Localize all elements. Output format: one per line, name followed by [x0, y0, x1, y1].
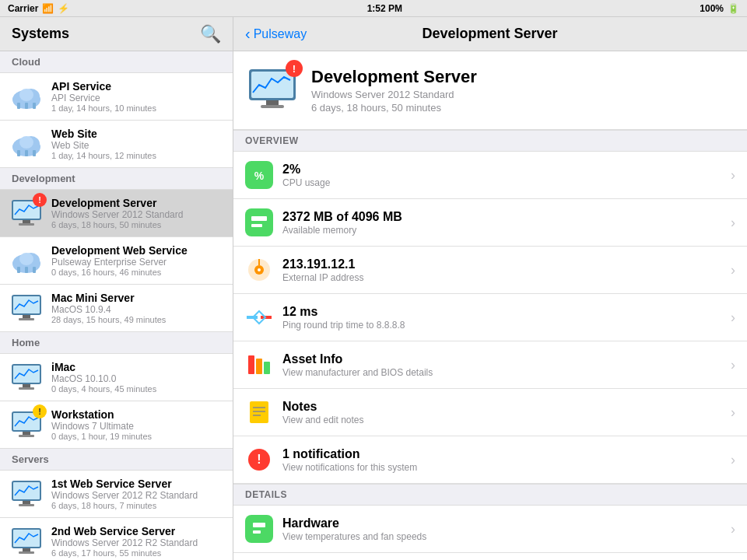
- svg-rect-57: [251, 224, 262, 227]
- svg-rect-26: [13, 296, 40, 313]
- detail-content-hardware: Hardware View temperatures and fan speed…: [282, 516, 731, 542]
- svg-rect-30: [13, 366, 40, 383]
- carrier-label: Carrier: [8, 3, 38, 14]
- detail-content-notes: Notes View and edit notes: [282, 400, 731, 425]
- detail-title-ping: 12 ms: [282, 305, 731, 319]
- wifi-icon: 📶: [42, 3, 54, 14]
- svg-rect-32: [19, 387, 34, 390]
- left-panel-title: Systems: [12, 26, 69, 42]
- right-header: ‹ Pulseway Development Server: [233, 17, 747, 51]
- list-item-api-service[interactable]: API ServiceAPI Service1 day, 14 hours, 1…: [0, 73, 233, 121]
- device-uptime: 6 days, 18 hours, 50 minutes: [311, 102, 477, 114]
- svg-rect-12: [25, 150, 28, 156]
- svg-rect-5: [25, 103, 28, 109]
- left-list: Cloud API ServiceAPI Service1 day, 14 ho…: [0, 51, 233, 560]
- list-item-web-server-2[interactable]: 2nd Web Service ServerWindows Server 201…: [0, 518, 233, 560]
- details-list: Hardware View temperatures and fan speed…: [233, 506, 747, 560]
- battery-icon: 🔋: [728, 3, 739, 14]
- svg-rect-55: [248, 212, 270, 233]
- detail-title-ip: 213.191.12.1: [282, 257, 731, 271]
- right-content: ! Development Server Windows Server 2012…: [233, 51, 747, 560]
- search-button[interactable]: 🔍: [200, 24, 221, 44]
- overview-row-asset[interactable]: Asset Info View manufacturer and BIOS de…: [233, 341, 747, 389]
- svg-rect-40: [19, 504, 34, 506]
- svg-rect-76: [253, 530, 261, 534]
- item-name-imac: iMac: [51, 361, 223, 373]
- item-time-dev-server: 6 days, 18 hours, 50 minutes: [51, 220, 223, 229]
- detail-row-network[interactable]: Network View monitored network interface…: [233, 553, 747, 560]
- overview-section-label: OVERVIEW: [233, 130, 747, 152]
- section-header-home: Home: [0, 332, 233, 354]
- overview-row-ip[interactable]: 213.191.12.1 External IP address ›: [233, 247, 747, 294]
- svg-point-10: [19, 136, 33, 149]
- svg-rect-22: [17, 267, 20, 273]
- detail-chevron-asset: ›: [731, 357, 735, 373]
- detail-chevron-ping: ›: [731, 310, 735, 326]
- detail-icon-memory: [245, 208, 273, 236]
- item-time-api-service: 1 day, 14 hours, 10 minutes: [51, 103, 223, 113]
- detail-content-cpu: 2% CPU usage: [282, 163, 731, 188]
- detail-icon-ping: [245, 303, 273, 331]
- overview-row-notification[interactable]: ! 1 notification View notifications for …: [233, 436, 747, 484]
- detail-title-hardware: Hardware: [282, 516, 731, 530]
- detail-content-ip: 213.191.12.1 External IP address: [282, 257, 731, 283]
- svg-rect-24: [33, 267, 36, 273]
- item-sub-dev-web-service: Pulseway Enterprise Server: [51, 257, 223, 268]
- list-item-web-server-1[interactable]: 1st Web Service ServerWindows Server 201…: [0, 471, 233, 518]
- back-label: Pulseway: [254, 27, 307, 41]
- overview-row-memory[interactable]: 2372 MB of 4096 MB Available memory ›: [233, 199, 747, 247]
- detail-chevron-ip: ›: [731, 262, 735, 278]
- list-item-dev-server[interactable]: !Development ServerWindows Server 2012 S…: [0, 190, 233, 237]
- back-chevron-icon: ‹: [245, 25, 251, 43]
- alert-badge-workstation: !: [33, 404, 47, 418]
- list-item-web-site[interactable]: Web SiteWeb Site1 day, 14 hours, 12 minu…: [0, 121, 233, 168]
- item-time-mac-mini: 28 days, 15 hours, 49 minutes: [51, 315, 223, 324]
- item-name-web-server-2: 2nd Web Service Server: [51, 525, 223, 537]
- detail-sub-ping: Ping round trip time to 8.8.8.8: [282, 320, 731, 331]
- svg-rect-11: [17, 150, 20, 156]
- svg-rect-13: [33, 150, 36, 156]
- list-item-imac[interactable]: iMacMacOS 10.10.00 days, 4 hours, 45 min…: [0, 354, 233, 401]
- item-icon-api-service: [9, 79, 44, 114]
- list-item-mac-mini[interactable]: Mac Mini ServerMacOS 10.9.428 days, 15 h…: [0, 285, 233, 332]
- section-header-servers: Servers: [0, 449, 233, 471]
- svg-rect-51: [266, 100, 279, 105]
- svg-rect-44: [19, 551, 34, 554]
- item-sub-mac-mini: MacOS 10.9.4: [51, 304, 223, 315]
- detail-sub-ip: External IP address: [282, 272, 731, 283]
- overview-row-notes[interactable]: Notes View and edit notes ›: [233, 389, 747, 436]
- list-item-workstation[interactable]: !WorkstationWindows 7 Ultimate0 days, 1 …: [0, 401, 233, 449]
- device-alert-badge: !: [286, 60, 303, 77]
- detail-row-hardware[interactable]: Hardware View temperatures and fan speed…: [233, 506, 747, 553]
- detail-sub-notification: View notifications for this system: [282, 462, 731, 473]
- item-name-mac-mini: Mac Mini Server: [51, 292, 223, 304]
- item-time-workstation: 0 days, 1 hour, 19 minutes: [51, 432, 223, 441]
- detail-sub-asset: View manufacturer and BIOS details: [282, 367, 731, 378]
- item-sub-workstation: Windows 7 Ultimate: [51, 421, 223, 432]
- svg-rect-52: [261, 105, 284, 108]
- detail-content-ping: 12 ms Ping round trip time to 8.8.8.8: [282, 305, 731, 331]
- detail-icon-asset: [245, 351, 273, 379]
- detail-content-notification: 1 notification View notifications for th…: [282, 447, 731, 473]
- overview-row-ping[interactable]: 12 ms Ping round trip time to 8.8.8.8 ›: [233, 294, 747, 341]
- detail-title-notes: Notes: [282, 400, 731, 414]
- svg-rect-74: [248, 518, 270, 540]
- svg-rect-27: [23, 315, 30, 318]
- time-label: 1:52 PM: [367, 3, 402, 14]
- back-button[interactable]: ‹ Pulseway: [245, 25, 307, 43]
- detail-sub-hardware: View temperatures and fan speeds: [282, 531, 731, 542]
- svg-rect-75: [253, 523, 265, 527]
- left-panel: Systems 🔍 Cloud API ServiceAPI Service1 …: [0, 17, 233, 560]
- svg-rect-23: [25, 267, 28, 273]
- list-item-dev-web-service[interactable]: Development Web ServicePulseway Enterpri…: [0, 237, 233, 285]
- svg-rect-66: [256, 359, 262, 374]
- detail-sub-notes: View and edit notes: [282, 415, 731, 425]
- item-time-web-server-1: 6 days, 18 hours, 7 minutes: [51, 501, 223, 510]
- item-icon-web-site: [9, 127, 44, 161]
- item-icon-workstation: !: [9, 408, 44, 442]
- signal-icon: ⚡: [58, 3, 69, 14]
- item-sub-web-server-2: Windows Server 2012 R2 Standard: [51, 537, 223, 548]
- detail-icon-notification: !: [245, 446, 273, 474]
- overview-row-cpu[interactable]: % 2% CPU usage ›: [233, 152, 747, 199]
- svg-rect-67: [264, 362, 270, 374]
